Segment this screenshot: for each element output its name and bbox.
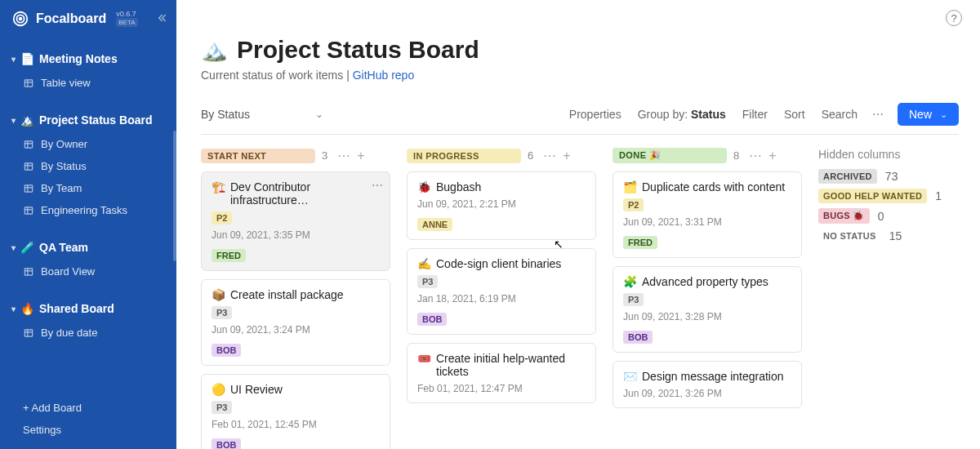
view-selector[interactable]: By Status⌄: [201, 108, 323, 121]
svg-rect-7: [24, 207, 32, 213]
properties-button[interactable]: Properties: [569, 108, 621, 121]
card-emoji-icon: ✉️: [623, 370, 637, 383]
hidden-column-row[interactable]: NO STATUS15: [818, 229, 942, 243]
card[interactable]: 🗂️Duplicate cards with contentP2Jun 09, …: [612, 171, 802, 258]
sidebar-header: Focalboard v0.6.7 BETA: [0, 0, 176, 33]
column-count: 3: [322, 149, 327, 162]
card-date: Jun 09, 2021, 3:28 PM: [623, 311, 791, 322]
assignee-chip: ANNE: [417, 218, 452, 231]
caret-icon: ▾: [11, 116, 16, 125]
card-emoji-icon: 🐞: [417, 180, 431, 193]
card-date: Jan 18, 2021, 6:19 PM: [417, 293, 586, 305]
priority-chip: P3: [417, 275, 438, 288]
group-by-button[interactable]: Group by: Status: [638, 108, 726, 121]
svg-rect-8: [24, 268, 32, 274]
svg-rect-4: [24, 140, 32, 147]
add-card-icon[interactable]: +: [768, 149, 776, 163]
card-date: Jun 09, 2021, 2:21 PM: [417, 198, 586, 210]
search-button[interactable]: Search: [822, 108, 858, 121]
hidden-columns: Hidden columnsARCHIVED73GOOD HELP WANTED…: [818, 148, 942, 248]
card[interactable]: ✍️Code-sign client binariesP3Jan 18, 202…: [407, 248, 596, 335]
column-label[interactable]: DONE 🎉: [612, 148, 727, 163]
caret-icon: ▾: [11, 305, 16, 313]
filter-button[interactable]: Filter: [742, 108, 768, 121]
card-emoji-icon: 🟡: [212, 383, 225, 396]
column-options-icon[interactable]: ⋯: [543, 148, 556, 163]
column-count: 6: [528, 149, 533, 162]
card[interactable]: 🏗️Dev Contributor infrastructure…P2Jun 0…: [201, 171, 390, 271]
card-date: Feb 01, 2021, 12:45 PM: [212, 419, 380, 430]
assignee-chip: BOB: [417, 313, 447, 326]
card[interactable]: ✉️Design message integrationJun 09, 2021…: [612, 361, 802, 408]
github-link[interactable]: GitHub repo: [353, 69, 414, 82]
sidebar-section-0[interactable]: ▾📄Meeting Notes: [0, 47, 176, 70]
caret-icon: ▾: [11, 55, 16, 64]
sidebar-section-2[interactable]: ▾🧪QA Team: [0, 236, 176, 259]
hidden-column-row[interactable]: GOOD HELP WANTED1: [818, 189, 942, 203]
card[interactable]: 🎟️Create initial help-wanted ticketsFeb …: [407, 343, 596, 403]
hidden-column-row[interactable]: ARCHIVED73: [818, 169, 942, 184]
card-date: Jun 09, 2021, 3:26 PM: [623, 388, 791, 399]
add-card-icon[interactable]: +: [357, 149, 364, 163]
chevron-down-icon: ⌄: [315, 109, 323, 120]
assignee-chip: BOB: [623, 331, 653, 344]
card-emoji-icon: 📦: [212, 288, 225, 301]
card-date: Jun 09, 2021, 3:24 PM: [212, 324, 380, 336]
hidden-column-row[interactable]: BUGS 🐞0: [818, 208, 942, 224]
card-emoji-icon: ✍️: [417, 257, 431, 270]
svg-point-2: [20, 18, 22, 20]
card[interactable]: 🧩Advanced property typesP3Jun 09, 2021, …: [612, 266, 802, 353]
card-title: Bugbash: [436, 180, 481, 193]
priority-chip: P2: [623, 198, 644, 211]
sidebar-item-1-0[interactable]: By Owner: [0, 133, 176, 155]
sidebar-item-3-0[interactable]: By due date: [0, 322, 176, 344]
card-date: Feb 01, 2021, 12:47 PM: [417, 383, 586, 394]
main-content: ? 🏔️ Project Status Board Current status…: [176, 0, 980, 449]
app-name: Focalboard: [36, 11, 106, 26]
sidebar-item-1-2[interactable]: By Team: [0, 177, 176, 199]
sidebar-item-2-0[interactable]: Board View: [0, 260, 176, 282]
column-label[interactable]: IN PROGRESS: [407, 149, 521, 163]
card-title: Design message integration: [642, 370, 784, 383]
card-title: Create initial help-wanted tickets: [436, 352, 586, 378]
card[interactable]: 🟡UI ReviewP3Feb 01, 2021, 12:45 PMBOB: [201, 374, 390, 449]
settings-link[interactable]: Settings: [11, 419, 165, 441]
column-options-icon[interactable]: ⋯: [749, 148, 762, 163]
assignee-chip: FRED: [212, 249, 246, 262]
card-emoji-icon: 🎟️: [417, 352, 431, 365]
column-header-2: DONE 🎉 8 ⋯ +: [612, 148, 802, 163]
board-emoji[interactable]: 🏔️: [201, 38, 227, 63]
sidebar-item-1-1[interactable]: By Status: [0, 155, 176, 177]
sidebar-item-0-0[interactable]: Table view: [0, 72, 176, 94]
column-count: 8: [733, 149, 739, 162]
svg-rect-3: [24, 79, 32, 86]
column-label[interactable]: START NEXT: [201, 149, 315, 163]
app-logo[interactable]: Focalboard: [11, 10, 106, 28]
priority-chip: P3: [212, 306, 232, 319]
card-title: UI Review: [230, 383, 283, 396]
column-options-icon[interactable]: ⋯: [337, 148, 350, 163]
assignee-chip: BOB: [212, 344, 241, 357]
sidebar-section-3[interactable]: ▾🔥Shared Board: [0, 297, 176, 320]
sidebar-collapse-icon[interactable]: [155, 11, 168, 27]
more-options-icon[interactable]: ⋯: [872, 108, 884, 121]
sidebar-section-1[interactable]: ▾🏔️Project Status Board: [0, 109, 176, 131]
page-title[interactable]: Project Status Board: [237, 36, 479, 64]
target-icon: [11, 10, 29, 28]
new-button[interactable]: New⌄: [898, 103, 959, 126]
priority-chip: P3: [212, 401, 232, 414]
add-board-button[interactable]: + Add Board: [11, 397, 165, 419]
add-card-icon[interactable]: +: [563, 149, 570, 163]
sort-button[interactable]: Sort: [784, 108, 805, 121]
card[interactable]: 🐞BugbashJun 09, 2021, 2:21 PMANNE: [407, 171, 596, 240]
priority-chip: P2: [212, 211, 232, 224]
card-title: Dev Contributor infrastructure…: [230, 180, 380, 207]
help-icon[interactable]: ?: [946, 10, 962, 26]
column-header-1: IN PROGRESS 6 ⋯ +: [407, 148, 596, 163]
sidebar-item-1-3[interactable]: Engineering Tasks: [0, 199, 176, 221]
card[interactable]: 📦Create install packageP3Jun 09, 2021, 3…: [201, 279, 390, 366]
toolbar: By Status⌄ Properties Group by: Status F…: [201, 103, 959, 135]
card-emoji-icon: 🧩: [623, 275, 637, 288]
svg-rect-6: [24, 184, 32, 191]
card-emoji-icon: 🏗️: [212, 180, 225, 193]
